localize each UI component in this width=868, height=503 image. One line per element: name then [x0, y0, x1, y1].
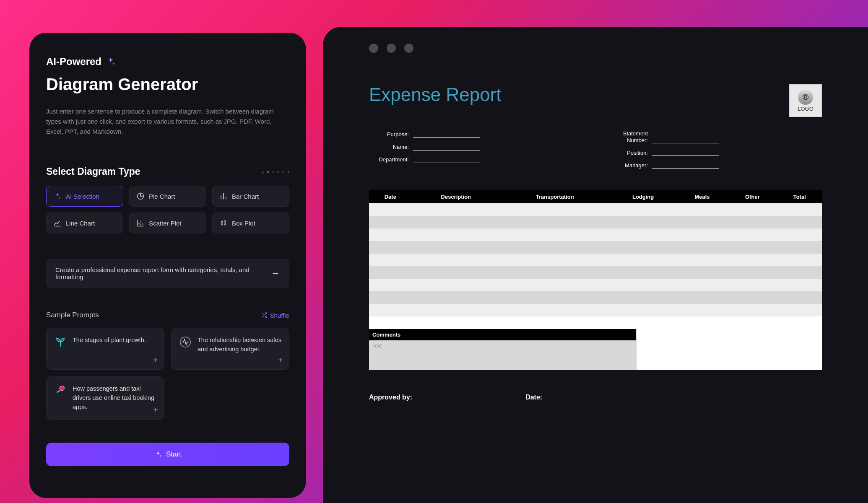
window-dot[interactable]: [404, 44, 413, 53]
type-box-plot[interactable]: Box Plot: [212, 213, 289, 233]
table-row[interactable]: [369, 291, 822, 304]
field-department: Department:: [369, 156, 583, 163]
table-row[interactable]: [369, 241, 822, 254]
comments-block: Comments Text: [369, 329, 822, 370]
pager-dot[interactable]: [282, 171, 284, 173]
field-input[interactable]: [652, 136, 719, 143]
svg-point-7: [60, 386, 64, 391]
microphone-icon: [54, 384, 67, 397]
start-button[interactable]: Start: [46, 443, 289, 466]
type-pie-chart[interactable]: Pie Chart: [129, 186, 206, 207]
sparkle-icon: [154, 451, 162, 458]
table-row[interactable]: [369, 228, 822, 241]
sample-card-sales[interactable]: The relationship between sales and adver…: [171, 328, 289, 370]
field-input[interactable]: [413, 156, 480, 163]
sample-text: The stages of plant growth.: [73, 336, 146, 345]
pager-dot[interactable]: [277, 171, 279, 173]
start-label: Start: [166, 450, 181, 459]
field-name: Name:: [369, 143, 583, 150]
document-area: Expense Report ® LOGO Purpose: Name: Dep…: [323, 64, 868, 418]
field-label: Name:: [369, 144, 413, 150]
date-label: Date:: [525, 394, 542, 401]
pager-next[interactable]: ›: [287, 169, 289, 175]
col-lodging: Lodging: [610, 190, 677, 203]
field-label: Purpose:: [369, 131, 413, 138]
sample-card-plant[interactable]: The stages of plant growth. +: [46, 328, 164, 370]
select-type-header: Select Diagram Type ‹ ›: [46, 166, 289, 177]
field-input[interactable]: [652, 161, 719, 169]
type-line-chart[interactable]: Line Chart: [46, 213, 123, 233]
type-scatter-plot[interactable]: Scatter Plot: [129, 213, 206, 233]
col-transportation: Transportation: [500, 190, 610, 203]
shuffle-label: Shuffle: [270, 312, 289, 319]
table-row[interactable]: [369, 316, 822, 329]
total-cell[interactable]: [636, 329, 822, 350]
prompt-text: Create a professional expense report for…: [55, 266, 271, 280]
logo-placeholder: ® LOGO: [789, 84, 822, 117]
type-label: Line Chart: [66, 220, 95, 227]
svg-point-3: [140, 224, 141, 226]
comments-label: Comments: [369, 329, 636, 340]
total-cell[interactable]: [636, 350, 822, 370]
col-description: Description: [412, 190, 500, 203]
document-header: Expense Report ® LOGO: [369, 84, 822, 117]
meta-fields: Purpose: Name: Department: Statement Num…: [369, 130, 822, 174]
table-row[interactable]: [369, 203, 822, 216]
col-other: Other: [728, 190, 777, 203]
type-pager: ‹ ›: [262, 169, 289, 175]
field-input[interactable]: [652, 148, 719, 156]
svg-rect-5: [224, 221, 226, 225]
box-plot-icon: [219, 219, 228, 227]
pager-prev[interactable]: ‹: [262, 169, 264, 175]
date-input[interactable]: [546, 393, 622, 401]
table-row[interactable]: [369, 279, 822, 291]
add-sample-button[interactable]: +: [153, 405, 158, 415]
sample-grid: The stages of plant growth. + The relati…: [46, 328, 289, 420]
type-label: Bar Chart: [232, 193, 259, 200]
registered-icon: ®: [798, 90, 813, 105]
window-dot[interactable]: [387, 44, 396, 53]
pager-dot[interactable]: [272, 171, 274, 173]
page-title: Diagram Generator: [46, 75, 289, 94]
field-input[interactable]: [413, 143, 480, 150]
field-purpose: Purpose:: [369, 130, 583, 138]
table-row[interactable]: [369, 216, 822, 228]
totals-column: [636, 329, 822, 370]
field-label: Department:: [369, 156, 413, 163]
table-row[interactable]: [369, 254, 822, 266]
sparkle-icon: [106, 57, 116, 67]
shuffle-button[interactable]: Shuffle: [261, 312, 289, 319]
prompt-input[interactable]: Create a professional expense report for…: [46, 259, 289, 288]
svg-rect-4: [221, 222, 223, 225]
logo-text: LOGO: [798, 106, 813, 112]
svg-point-0: [138, 223, 140, 224]
comments-input[interactable]: Text: [369, 340, 636, 370]
type-label: AI Selection: [66, 193, 99, 200]
approved-label: Approved by:: [369, 394, 412, 401]
table-row[interactable]: [369, 304, 822, 316]
field-input[interactable]: [413, 130, 480, 138]
diagram-generator-panel: AI-Powered Diagram Generator Just enter …: [29, 33, 306, 498]
type-ai-selection[interactable]: AI Selection: [46, 186, 123, 207]
type-bar-chart[interactable]: Bar Chart: [212, 186, 289, 207]
approved-input[interactable]: [416, 393, 492, 401]
window-dot[interactable]: [369, 44, 378, 53]
field-position: Position:: [608, 148, 822, 156]
date-field: Date:: [525, 393, 622, 401]
submit-arrow-icon[interactable]: →: [271, 268, 280, 279]
diagram-type-grid: AI Selection Pie Chart Bar Chart Line Ch…: [46, 186, 289, 233]
bar-chart-icon: [219, 192, 228, 200]
sample-prompts-label: Sample Prompts: [46, 311, 99, 319]
table-row[interactable]: [369, 266, 822, 279]
pager-dot[interactable]: [267, 171, 269, 173]
table-body: [369, 203, 822, 329]
add-sample-button[interactable]: +: [153, 355, 158, 365]
type-label: Scatter Plot: [149, 220, 182, 227]
sample-card-taxi[interactable]: How passengers and taxi drivers use onli…: [46, 376, 164, 420]
sparkle-icon: [53, 192, 62, 200]
preview-window: Expense Report ® LOGO Purpose: Name: Dep…: [323, 27, 868, 503]
add-sample-button[interactable]: +: [278, 355, 283, 365]
badge-text: AI-Powered: [46, 56, 101, 67]
svg-point-1: [140, 221, 142, 223]
sample-text: The relationship between sales and adver…: [198, 336, 281, 354]
